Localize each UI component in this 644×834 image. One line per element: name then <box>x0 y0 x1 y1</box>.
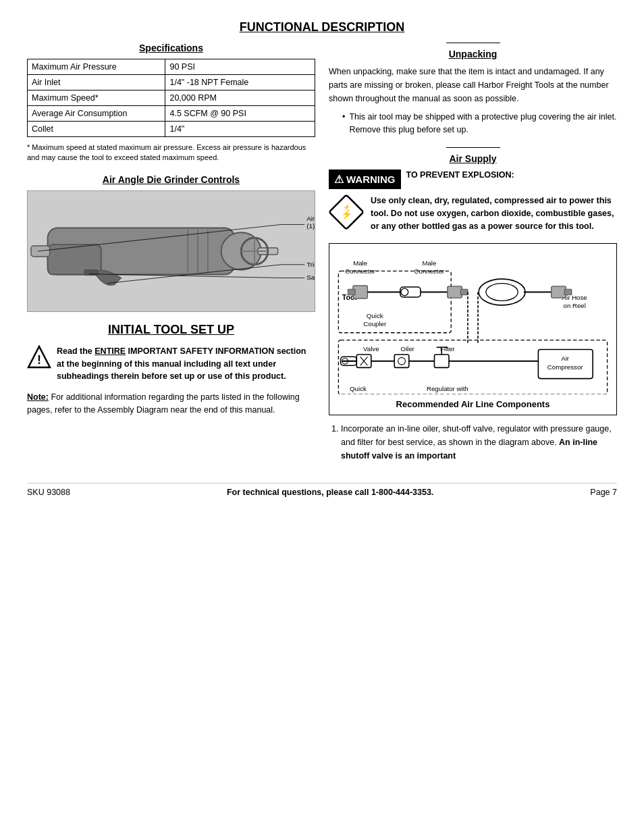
specs-footnote: * Maximum speed at stated maximum air pr… <box>27 142 315 163</box>
air-supply-section: Air Supply ⚠ WARNING TO PREVENT EXPLOSIO… <box>329 147 617 463</box>
grinder-controls-title: Air Angle Die Grinder Controls <box>27 174 315 185</box>
svg-text:on Reel: on Reel <box>564 302 586 309</box>
safety-warning-text: Read the ENTIRE IMPORTANT SAFETY INFORMA… <box>57 345 315 383</box>
warning-banner: ⚠ WARNING TO PREVENT EXPLOSION: <box>329 170 617 189</box>
spec-label: Maximum Air Pressure <box>28 59 165 75</box>
right-column: Unpacking When unpacking, make sure that… <box>329 43 617 467</box>
svg-rect-48 <box>552 286 566 298</box>
warning-body-text: Use only clean, dry, regulated, compress… <box>371 194 617 234</box>
warning-badge-label: WARNING <box>346 174 396 185</box>
air-supply-title: Air Supply <box>329 153 617 164</box>
svg-text:Male: Male <box>422 259 436 266</box>
footer-sku: SKU 93088 <box>27 488 70 497</box>
svg-rect-43 <box>448 286 462 298</box>
spec-value: 4.5 SCFM @ 90 PSI <box>165 106 315 122</box>
specifications-title: Specifications <box>27 43 315 53</box>
svg-text:Trigger Lever (4): Trigger Lever (4) <box>306 261 315 268</box>
svg-text:Regulator with: Regulator with <box>427 384 468 392</box>
initial-setup-title: INITIAL TOOL SET UP <box>27 323 315 337</box>
two-column-layout: Specifications Maximum Air Pressure 90 P… <box>27 43 617 467</box>
svg-rect-8 <box>84 269 98 275</box>
page-layout: FUNCTIONAL DESCRIPTION Specifications Ma… <box>27 20 617 497</box>
svg-text:(1): (1) <box>306 222 315 230</box>
footer-support: For technical questions, please call 1-8… <box>227 488 433 497</box>
svg-rect-28 <box>338 271 451 332</box>
spec-value: 20,000 RPM <box>165 90 315 106</box>
svg-text:Compressor: Compressor <box>547 363 583 370</box>
svg-text:Coupler: Coupler <box>363 320 387 328</box>
svg-text:Pressure Gauge: Pressure Gauge <box>424 392 471 394</box>
svg-point-41 <box>401 288 408 296</box>
svg-text:Air: Air <box>561 354 570 361</box>
svg-text:Connector: Connector <box>345 267 375 274</box>
air-supply-divider <box>446 147 500 148</box>
svg-text:Valve: Valve <box>363 344 379 352</box>
svg-text:!: ! <box>37 353 41 367</box>
caution-triangle-icon: ! <box>27 345 51 369</box>
steps-list: Incorporate an in-line oiler, shut-off v… <box>329 422 617 463</box>
svg-point-46 <box>486 283 518 301</box>
air-line-svg: Tool Male Connector Male Connector Quick… <box>335 249 611 394</box>
unpacking-title: Unpacking <box>329 49 617 59</box>
table-row: Air Inlet 1/4" -18 NPT Female <box>28 75 315 90</box>
warning-header-text: TO PREVENT EXPLOSION: <box>401 170 514 182</box>
spec-value: 1/4" -18 NPT Female <box>165 75 315 90</box>
svg-text:Male: Male <box>353 259 367 266</box>
svg-rect-7 <box>31 246 50 257</box>
svg-rect-61 <box>434 355 449 367</box>
table-row: Maximum Speed* 20,000 RPM <box>28 90 315 106</box>
note-text: Note: For additional information regardi… <box>27 391 315 417</box>
svg-rect-58 <box>394 355 409 367</box>
explosion-warning-icon: ⚡ ⚡ <box>329 194 364 230</box>
step-1: Incorporate an in-line oiler, shut-off v… <box>341 422 617 463</box>
spec-label: Average Air Consumption <box>28 106 165 122</box>
unpacking-divider <box>446 43 500 43</box>
spec-label: Collet <box>28 122 165 137</box>
air-line-diagram: Tool Male Connector Male Connector Quick… <box>329 243 617 415</box>
svg-point-59 <box>398 357 406 365</box>
warning-triangle-icon: ⚠ <box>334 173 344 186</box>
recommended-label: Recommended Air Line Components <box>335 399 611 409</box>
table-row: Collet 1/4" <box>28 122 315 137</box>
unpacking-paragraph: When unpacking, make sure that the item … <box>329 65 617 105</box>
specifications-table: Maximum Air Pressure 90 PSI Air Inlet 1/… <box>27 59 315 137</box>
grinder-controls-section: Air Angle Die Grinder Controls <box>27 174 315 312</box>
unpacking-bullet: • This air tool may be shipped with a pr… <box>329 111 617 136</box>
spec-value: 1/4" <box>165 122 315 137</box>
svg-text:Filter: Filter <box>440 344 455 352</box>
svg-rect-49 <box>564 289 572 295</box>
page-footer: SKU 93088 For technical questions, pleas… <box>27 483 617 497</box>
unpacking-section: Unpacking When unpacking, make sure that… <box>329 43 617 136</box>
spec-label: Maximum Speed* <box>28 90 165 106</box>
grinder-illustration: Air Inlet (1) Trigger Lever (4) Safety L… <box>27 190 315 312</box>
table-row: Maximum Air Pressure 90 PSI <box>28 59 315 75</box>
page-title: FUNCTIONAL DESCRIPTION <box>27 20 617 34</box>
spec-label: Air Inlet <box>28 75 165 90</box>
svg-rect-44 <box>460 289 468 295</box>
svg-text:Coupler: Coupler <box>347 392 371 394</box>
spec-value: 90 PSI <box>165 59 315 75</box>
safety-warning-box: ! Read the ENTIRE IMPORTANT SAFETY INFOR… <box>27 345 315 383</box>
svg-rect-38 <box>348 289 355 295</box>
svg-text:⚡: ⚡ <box>341 209 353 220</box>
bullet-marker: • <box>342 111 345 136</box>
svg-text:Air Inlet: Air Inlet <box>306 214 315 221</box>
warning-content: ⚡ ⚡ Use only clean, dry, regulated, comp… <box>329 194 617 234</box>
table-row: Average Air Consumption 4.5 SCFM @ 90 PS… <box>28 106 315 122</box>
grinder-image-wrapper: Air Inlet (1) Trigger Lever (4) Safety L… <box>27 190 315 312</box>
svg-text:Safety Lock (41): Safety Lock (41) <box>306 273 315 281</box>
warning-badge: ⚠ WARNING <box>329 170 401 189</box>
svg-text:Quick: Quick <box>350 384 367 392</box>
left-column: Specifications Maximum Air Pressure 90 P… <box>27 43 315 467</box>
caution-icon: ! <box>27 345 51 369</box>
diamond-warning-svg: ⚡ ⚡ <box>329 194 364 230</box>
svg-text:Connector: Connector <box>414 267 445 274</box>
bullet-text: This air tool may be shipped with a prot… <box>349 111 617 136</box>
svg-text:Oiler: Oiler <box>400 344 414 352</box>
initial-setup-section: INITIAL TOOL SET UP ! Read the ENTIRE IM… <box>27 323 315 417</box>
footer-page: Page 7 <box>590 488 617 497</box>
svg-text:Quick: Quick <box>367 312 383 319</box>
